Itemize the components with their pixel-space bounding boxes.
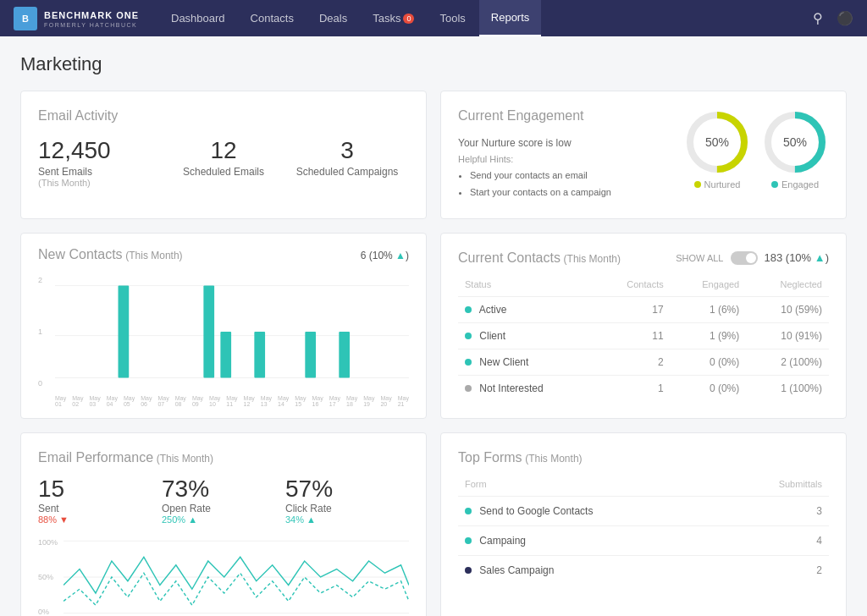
nav-deals[interactable]: Deals bbox=[307, 0, 359, 36]
engaged-cell: 1 (6%) bbox=[671, 296, 747, 322]
submittals-cell: 3 bbox=[722, 496, 829, 525]
table-row: Active 17 1 (6%) 10 (59%) bbox=[458, 296, 829, 322]
form-name-cell: Send to Google Contacts bbox=[458, 496, 722, 525]
nc-badge: 6 (10% ▲) bbox=[361, 250, 409, 261]
contacts-cell: 17 bbox=[595, 296, 671, 322]
bar-may16 bbox=[305, 332, 316, 378]
sent-emails-number: 12,450 bbox=[38, 137, 162, 164]
nav-dashboard[interactable]: Dashboard bbox=[159, 0, 237, 36]
ep-open-number: 73% bbox=[162, 476, 285, 503]
nav-tools[interactable]: Tools bbox=[428, 0, 477, 36]
ep-stats: 15 Sent 88% ▼ 73% Open Rate 250% ▲ bbox=[38, 476, 409, 525]
tasks-badge: 0 bbox=[403, 14, 414, 24]
status-dot bbox=[465, 385, 472, 392]
cc-title-group: Current Contacts (This Month) bbox=[458, 250, 621, 266]
list-item: Send to Google Contacts 3 bbox=[458, 496, 829, 525]
form-name-cell: Sales Campaign bbox=[458, 555, 722, 585]
col-engaged: Engaged bbox=[671, 276, 747, 297]
sent-emails-stat: 12,450 Sent Emails (This Month) bbox=[38, 137, 162, 188]
nav-contacts[interactable]: Contacts bbox=[239, 0, 306, 36]
status-dot bbox=[465, 306, 472, 313]
bar-chart-svg bbox=[55, 272, 409, 391]
user-icon[interactable]: ⚫ bbox=[837, 10, 853, 26]
status-cell: New Client bbox=[458, 349, 595, 375]
submittals-cell: 2 bbox=[722, 555, 829, 585]
engagement-score-label: Your Nurture score is low bbox=[458, 137, 683, 149]
bar-may11 bbox=[220, 332, 231, 378]
email-activity-card: Email Activity 12,450 Sent Emails (This … bbox=[20, 91, 427, 219]
nurtured-dot bbox=[694, 181, 701, 188]
ep-open-change: 250% ▲ bbox=[162, 514, 285, 525]
ep-sent-number: 15 bbox=[38, 476, 162, 503]
cc-count: 183 (10% ▲) bbox=[765, 251, 830, 264]
bar-may18 bbox=[339, 332, 350, 378]
col-neglected: Neglected bbox=[746, 276, 829, 297]
ep-y-axis: 100%50%0% bbox=[38, 535, 58, 616]
form-name: Campaing bbox=[479, 535, 526, 547]
engaged-cell: 0 (0%) bbox=[671, 375, 747, 401]
svg-text:50%: 50% bbox=[705, 135, 729, 149]
contacts-cell: 11 bbox=[595, 322, 671, 349]
brand-logo[interactable]: B BENCHMARK ONE FORMERLY HATCHBUCK bbox=[14, 7, 139, 30]
current-contacts-table: Status Contacts Engaged Neglected Active… bbox=[458, 276, 829, 401]
search-icon[interactable]: ⚲ bbox=[813, 10, 823, 26]
tf-title: Top Forms bbox=[458, 450, 522, 465]
navigation: B BENCHMARK ONE FORMERLY HATCHBUCK Dashb… bbox=[0, 0, 867, 36]
status-cell: Not Interested bbox=[458, 375, 595, 401]
nc-header: New Contacts (This Month) 6 (10% ▲) bbox=[38, 247, 409, 262]
page-content: Marketing Email Activity 12,450 Sent Ema… bbox=[0, 36, 867, 616]
email-stats: 12,450 Sent Emails (This Month) 12 Sched… bbox=[38, 137, 409, 188]
y-axis-2: 2 bbox=[38, 276, 42, 284]
status-dot bbox=[465, 359, 472, 366]
col-contacts: Contacts bbox=[595, 276, 671, 297]
cc-controls: SHOW ALL 183 (10% ▲) bbox=[676, 251, 829, 265]
form-dot bbox=[465, 508, 472, 514]
status-name: Active bbox=[479, 304, 507, 316]
cc-table-header: Status Contacts Engaged Neglected bbox=[458, 276, 829, 297]
list-item: Sales Campaign 2 bbox=[458, 555, 829, 585]
list-item: Campaing 4 bbox=[458, 525, 829, 555]
bar-may13 bbox=[254, 332, 265, 378]
nc-title-group: New Contacts (This Month) bbox=[38, 247, 183, 262]
engagement-hints: Send your contacts an email Start your c… bbox=[458, 168, 683, 201]
current-engagement-card: Current Engagement Your Nurture score is… bbox=[440, 91, 847, 219]
engagement-title: Current Engagement bbox=[458, 108, 683, 124]
show-all-toggle[interactable] bbox=[731, 251, 758, 265]
nurtured-label: Nurtured bbox=[694, 179, 741, 190]
cc-table-body: Active 17 1 (6%) 10 (59%) Client 11 1 (9… bbox=[458, 296, 829, 401]
ep-header: Email Performance (This Month) bbox=[38, 450, 409, 465]
table-row: Client 11 1 (9%) 10 (91%) bbox=[458, 322, 829, 349]
ep-click-change: 34% ▲ bbox=[285, 514, 409, 525]
neglected-cell: 10 (59%) bbox=[746, 296, 829, 322]
submittals-cell: 4 bbox=[722, 525, 829, 555]
engaged-dot bbox=[771, 181, 778, 188]
ep-subtitle: (This Month) bbox=[157, 453, 213, 465]
row-3: Email Performance (This Month) 15 Sent 8… bbox=[20, 432, 847, 616]
scheduled-emails-number: 12 bbox=[162, 137, 285, 164]
new-contacts-card: New Contacts (This Month) 6 (10% ▲) 2 1 … bbox=[20, 233, 427, 419]
nav-actions: ⚲ ⚫ bbox=[813, 10, 853, 26]
scheduled-campaigns-label: Scheduled Campaigns bbox=[285, 166, 409, 178]
ep-sent-label: Sent bbox=[38, 503, 162, 514]
ep-open: 73% Open Rate 250% ▲ bbox=[162, 476, 285, 525]
ep-sent: 15 Sent 88% ▼ bbox=[38, 476, 162, 525]
nc-subtitle: (This Month) bbox=[125, 250, 182, 261]
line-chart-svg bbox=[64, 535, 409, 616]
tf-table-body: Send to Google Contacts 3 Campaing 4 Sal… bbox=[458, 496, 829, 585]
tf-sub: (This Month) bbox=[525, 453, 582, 465]
engagement-text: Current Engagement Your Nurture score is… bbox=[458, 108, 683, 201]
ep-title-group: Email Performance (This Month) bbox=[38, 450, 213, 465]
status-cell: Client bbox=[458, 322, 595, 349]
tf-col-submittals: Submittals bbox=[722, 476, 829, 497]
form-dot bbox=[465, 567, 472, 574]
nav-tasks[interactable]: Tasks 0 bbox=[361, 0, 426, 36]
engagement-hints-title: Helpful Hints: bbox=[458, 154, 683, 164]
tf-table-header: Form Submittals bbox=[458, 476, 829, 497]
form-name-cell: Campaing bbox=[458, 525, 722, 555]
status-name: New Client bbox=[479, 356, 528, 368]
show-all-label: SHOW ALL bbox=[676, 253, 723, 263]
sent-emails-sub: (This Month) bbox=[38, 178, 162, 188]
ep-sent-change: 88% ▼ bbox=[38, 514, 162, 525]
status-name: Not Interested bbox=[479, 382, 543, 394]
nav-reports[interactable]: Reports bbox=[479, 0, 542, 36]
